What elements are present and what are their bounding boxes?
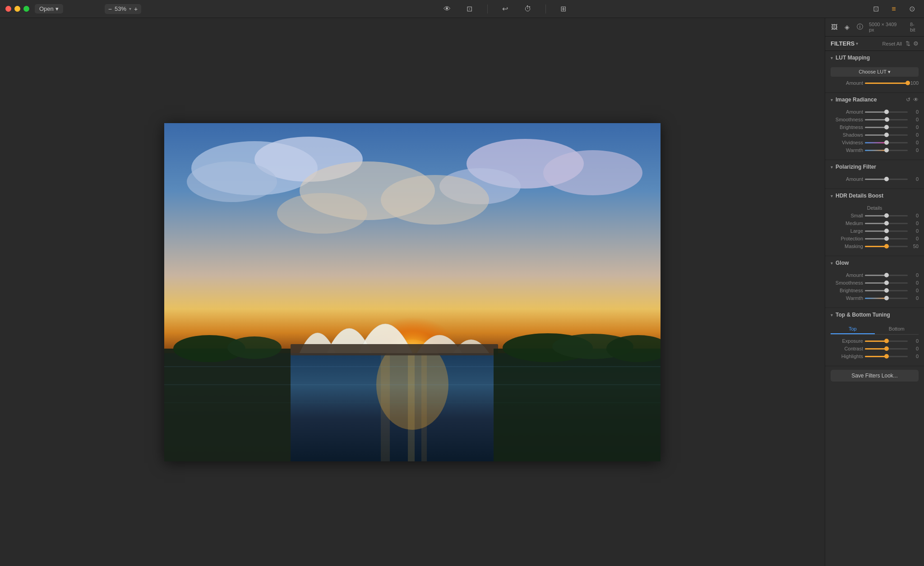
svg-rect-17 xyxy=(164,349,291,461)
choose-lut-dropdown[interactable]: Choose LUT ▾ xyxy=(831,67,919,77)
radiance-reset-icon[interactable]: ↺ xyxy=(906,97,910,103)
undo-icon[interactable]: ↩ xyxy=(499,2,512,16)
topbottom-exposure-row: Exposure 0 xyxy=(831,338,919,344)
glow-chevron: ▾ xyxy=(831,261,833,266)
lut-mapping-section: ▾ LUT Mapping Choose LUT ▾ Amount 100 xyxy=(825,51,924,93)
hdr-large-slider[interactable] xyxy=(865,230,908,232)
svg-point-20 xyxy=(227,336,282,359)
hdr-chevron: ▾ xyxy=(831,193,833,198)
glow-amount-slider[interactable] xyxy=(865,275,908,276)
hdr-small-value: 0 xyxy=(910,213,919,218)
image-canvas xyxy=(164,123,661,461)
radiance-vividness-value: 0 xyxy=(910,140,919,145)
lut-title: LUT Mapping xyxy=(836,55,870,61)
filters-icon[interactable]: ≡ xyxy=(887,2,901,16)
lut-amount-slider[interactable] xyxy=(865,83,908,84)
zoom-plus-button[interactable]: + xyxy=(134,5,138,13)
lut-mapping-header[interactable]: ▾ LUT Mapping xyxy=(825,51,924,64)
topbottom-contrast-slider[interactable] xyxy=(865,348,908,350)
layers-icon[interactable]: ◈ xyxy=(843,22,851,32)
glow-brightness-slider[interactable] xyxy=(865,290,908,291)
radiance-warmth-slider[interactable] xyxy=(865,150,908,151)
main-container: 🖼 ◈ ⓘ 5000 × 3409 px 8-bit FILTERS ▾ Res… xyxy=(0,18,924,566)
topbottom-highlights-slider[interactable] xyxy=(865,356,908,357)
polarizing-filter-body: Amount 0 xyxy=(825,174,924,189)
maximize-button[interactable] xyxy=(23,6,29,12)
filters-chevron: ▾ xyxy=(856,41,858,46)
open-button[interactable]: Open ▾ xyxy=(35,4,63,14)
hdr-masking-slider[interactable] xyxy=(865,246,908,247)
radiance-visibility-icon[interactable]: 👁 xyxy=(913,97,919,103)
radiance-shadows-value: 0 xyxy=(910,132,919,138)
polarizing-amount-slider[interactable] xyxy=(865,179,908,180)
radiance-title: Image Radiance xyxy=(836,97,877,103)
radiance-amount-value: 0 xyxy=(910,109,919,115)
hdr-details-body: Details Small 0 Medium xyxy=(825,202,924,256)
save-filters-button[interactable]: Save Filters Look... xyxy=(831,370,919,382)
history-icon[interactable]: ⏱ xyxy=(521,2,535,16)
polarizing-amount-value: 0 xyxy=(910,176,919,182)
hdr-details-header[interactable]: ▾ HDR Details Boost xyxy=(825,189,924,202)
topbottom-exposure-label: Exposure xyxy=(831,338,863,344)
zoom-minus-button[interactable]: − xyxy=(108,5,112,13)
hdr-small-slider[interactable] xyxy=(865,215,908,216)
svg-point-10 xyxy=(277,193,367,234)
top-bottom-header[interactable]: ▾ Top & Bottom Tuning xyxy=(825,308,924,322)
topbottom-highlights-row: Highlights 0 xyxy=(831,354,919,359)
radiance-smoothness-slider[interactable] xyxy=(865,119,908,120)
panel-top-icons: 🖼 ◈ ⓘ 5000 × 3409 px 8-bit xyxy=(825,18,924,37)
radiance-vividness-slider[interactable] xyxy=(865,142,908,143)
lut-chevron: ▾ xyxy=(831,55,833,60)
image-icon[interactable]: 🖼 xyxy=(830,22,839,32)
reset-all-button[interactable]: Reset All xyxy=(882,41,902,46)
glow-smoothness-label: Smoothness xyxy=(831,280,863,285)
hdr-medium-slider[interactable] xyxy=(865,223,908,224)
settings-icon[interactable]: ⚙ xyxy=(913,40,919,47)
hdr-masking-value: 50 xyxy=(910,244,919,249)
radiance-vividness-label: Vividness xyxy=(831,140,863,145)
image-dimensions: 5000 × 3409 px xyxy=(869,22,903,32)
lut-amount-row: Amount 100 xyxy=(831,80,919,86)
preview-icon[interactable]: 👁 xyxy=(440,2,454,16)
svg-point-6 xyxy=(543,150,642,195)
compare-icon[interactable]: ⊡ xyxy=(869,2,882,16)
radiance-shadows-row: Shadows 0 xyxy=(831,132,919,138)
close-button[interactable] xyxy=(5,6,11,12)
radiance-brightness-slider[interactable] xyxy=(865,127,908,128)
zoom-control: − 53% ▾ + xyxy=(105,4,141,14)
topbottom-contrast-value: 0 xyxy=(910,346,919,351)
radiance-shadows-slider[interactable] xyxy=(865,134,908,136)
tab-top[interactable]: Top xyxy=(831,324,875,334)
canvas-area[interactable] xyxy=(0,18,825,566)
split-view-icon[interactable]: ⊡ xyxy=(463,2,476,16)
glow-warmth-slider[interactable] xyxy=(865,298,908,299)
top-bottom-body: Top Bottom Exposure 0 Contrast xyxy=(825,322,924,366)
glow-smoothness-row: Smoothness 0 xyxy=(831,280,919,285)
titlebar-center: 👁 ⊡ ↩ ⏱ ⊞ xyxy=(147,2,864,16)
topbottom-contrast-row: Contrast 0 xyxy=(831,346,919,351)
hdr-protection-row: Protection 0 xyxy=(831,236,919,241)
crop-icon[interactable]: ⊞ xyxy=(557,2,570,16)
info-panel-icon[interactable]: ⓘ xyxy=(855,22,864,32)
glow-header[interactable]: ▾ Glow xyxy=(825,256,924,270)
image-radiance-header[interactable]: ▾ Image Radiance ↺ 👁 xyxy=(825,93,924,106)
zoom-level: 53% xyxy=(115,5,126,12)
glow-amount-row: Amount 0 xyxy=(831,272,919,278)
lut-mapping-body: Choose LUT ▾ Amount 100 xyxy=(825,64,924,92)
sort-icon[interactable]: ⇅ xyxy=(906,40,910,47)
polarizing-filter-header[interactable]: ▾ Polarizing Filter xyxy=(825,160,924,174)
svg-rect-13 xyxy=(381,353,390,461)
topbottom-exposure-slider[interactable] xyxy=(865,341,908,342)
tab-bottom[interactable]: Bottom xyxy=(875,324,919,334)
polarizing-filter-section: ▾ Polarizing Filter Amount 0 xyxy=(825,160,924,189)
topbottom-chevron: ▾ xyxy=(831,313,833,318)
minimize-button[interactable] xyxy=(14,6,20,12)
lut-amount-label: Amount xyxy=(831,80,863,86)
radiance-actions: ↺ 👁 xyxy=(906,97,919,103)
hdr-masking-label: Masking xyxy=(831,244,863,249)
hdr-protection-slider[interactable] xyxy=(865,238,908,239)
info-icon[interactable]: ⊙ xyxy=(905,2,919,16)
glow-smoothness-slider[interactable] xyxy=(865,282,908,284)
radiance-brightness-row: Brightness 0 xyxy=(831,124,919,130)
radiance-amount-slider[interactable] xyxy=(865,111,908,113)
